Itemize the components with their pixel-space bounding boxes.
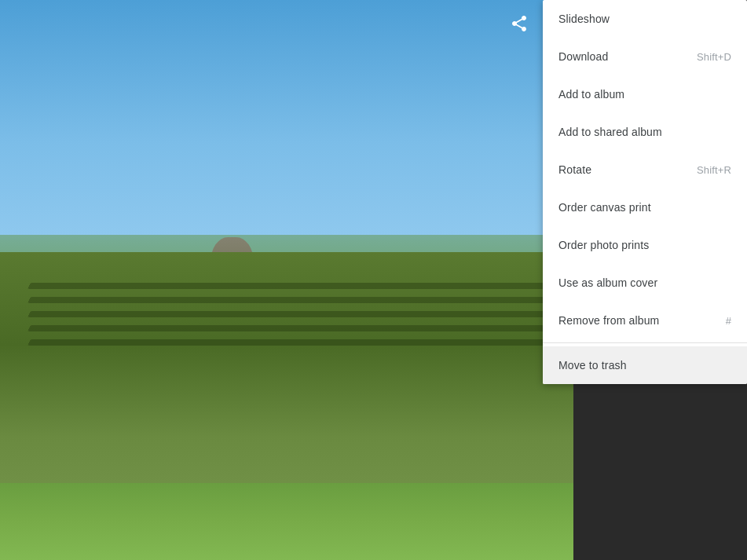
menu-item-label-order-photo-prints: Order photo prints (558, 239, 649, 251)
menu-item-order-canvas-print[interactable]: Order canvas print (543, 188, 747, 226)
menu-item-order-photo-prints[interactable]: Order photo prints (543, 226, 747, 264)
menu-item-shortcut-rotate: Shift+R (697, 164, 731, 176)
context-menu: SlideshowDownloadShift+DAdd to albumAdd … (543, 0, 747, 384)
share-button[interactable] (503, 8, 535, 39)
menu-item-shortcut-download: Shift+D (697, 51, 731, 63)
menu-item-rotate[interactable]: RotateShift+R (543, 151, 747, 188)
background-image (0, 0, 573, 560)
menu-item-remove-from-album[interactable]: Remove from album# (543, 302, 747, 339)
menu-item-use-as-album-cover[interactable]: Use as album cover (543, 264, 747, 302)
menu-item-label-rotate: Rotate (558, 163, 591, 176)
menu-item-add-to-album[interactable]: Add to album (543, 75, 747, 113)
menu-item-label-slideshow: Slideshow (558, 13, 610, 25)
menu-item-label-remove-from-album: Remove from album (558, 314, 659, 327)
menu-item-download[interactable]: DownloadShift+D (543, 38, 747, 75)
menu-divider-remove-from-album (543, 342, 747, 343)
menu-item-label-download: Download (558, 50, 608, 63)
menu-item-label-order-canvas-print: Order canvas print (558, 201, 651, 214)
menu-item-label-add-to-shared-album: Add to shared album (558, 126, 662, 138)
menu-item-shortcut-remove-from-album: # (726, 315, 731, 327)
menu-item-label-move-to-trash: Move to trash (558, 359, 627, 372)
menu-item-slideshow[interactable]: Slideshow (543, 0, 747, 38)
menu-item-label-use-as-album-cover: Use as album cover (558, 276, 657, 289)
menu-item-label-add-to-album: Add to album (558, 88, 624, 101)
menu-item-add-to-shared-album[interactable]: Add to shared album (543, 113, 747, 151)
menu-item-move-to-trash[interactable]: Move to trash (543, 346, 747, 384)
